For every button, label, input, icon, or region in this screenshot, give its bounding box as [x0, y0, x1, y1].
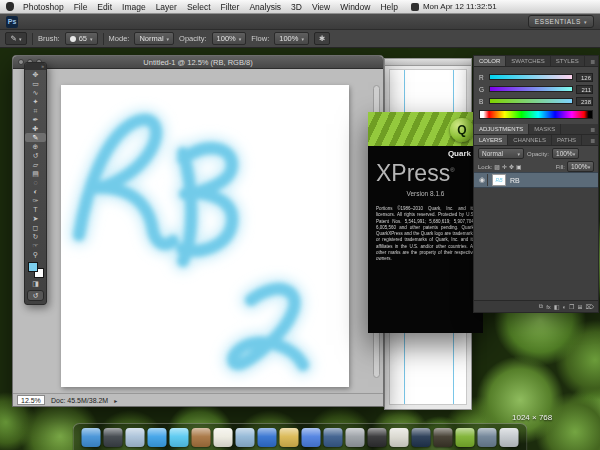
rectangular-marquee-tool[interactable]: ▭ — [25, 79, 46, 88]
quick-mask-button[interactable]: ◨ — [25, 279, 46, 288]
brush-picker[interactable]: 65 ▾ — [65, 32, 98, 45]
menu-item[interactable]: File — [69, 2, 93, 12]
panel-tab[interactable]: ADJUSTMENTS — [474, 124, 529, 134]
spot-healing-brush-tool[interactable]: ✚ — [25, 124, 46, 133]
menu-item[interactable]: Photoshop — [18, 2, 69, 12]
zoom-tool[interactable]: ⚲ — [25, 250, 46, 259]
status-popup-arrow-icon[interactable]: ▸ — [114, 397, 117, 404]
history-undo-button[interactable]: ↺ — [27, 290, 44, 301]
color-slider[interactable] — [489, 86, 573, 92]
layer-name[interactable]: RB — [510, 177, 520, 184]
menu-item[interactable]: Window — [335, 2, 375, 12]
dock-textedit-icon[interactable] — [390, 428, 409, 447]
gradient-tool[interactable]: ▤ — [25, 169, 46, 178]
status-menu-icon[interactable] — [411, 3, 419, 11]
dock-photoshop-icon[interactable] — [412, 428, 431, 447]
dock-itunes-icon[interactable] — [258, 428, 277, 447]
eyedropper-tool[interactable]: ✒ — [25, 115, 46, 124]
tool-preset-picker[interactable]: ✎ ▾ — [5, 32, 27, 45]
menu-item[interactable]: Image — [117, 2, 151, 12]
lock-pixels-icon[interactable]: ✛ — [502, 163, 507, 170]
color-slider[interactable] — [489, 74, 573, 80]
dock-trash-icon[interactable] — [500, 428, 519, 447]
lock-position-icon[interactable]: ✥ — [509, 163, 514, 170]
opacity-field[interactable]: 100% ▾ — [212, 32, 247, 45]
dock-system-preferences-icon[interactable] — [346, 428, 365, 447]
menu-item[interactable]: Analysis — [244, 2, 286, 12]
rotate-view-tool[interactable]: ↻ — [25, 232, 46, 241]
menu-item[interactable]: Filter — [216, 2, 245, 12]
adjustment-layer-icon[interactable]: ◐ — [562, 304, 566, 310]
dock-quicktime-icon[interactable] — [302, 428, 321, 447]
fill-field[interactable]: 100%▾ — [567, 161, 594, 172]
channel-value-field[interactable]: 238 — [576, 97, 593, 106]
panel-menu-icon[interactable]: ≣ — [587, 56, 598, 66]
hand-tool[interactable]: ☞ — [25, 241, 46, 250]
color-slider[interactable] — [489, 98, 573, 104]
panel-tab[interactable]: PATHS — [552, 135, 582, 145]
airbrush-toggle-button[interactable]: ✱ — [314, 32, 330, 45]
dock-bridge-icon[interactable] — [434, 428, 453, 447]
panel-tab[interactable]: CHANNELS — [508, 135, 552, 145]
lasso-tool[interactable]: ∿ — [25, 88, 46, 97]
brush-tool[interactable]: ✎ — [25, 133, 46, 142]
panel-menu-icon[interactable]: ≣ — [587, 124, 598, 134]
lock-all-icon[interactable]: ▣ — [516, 163, 522, 170]
crop-tool[interactable]: ⌗ — [25, 106, 46, 115]
collapse-panel-icon[interactable]: » — [25, 63, 46, 70]
layer-row[interactable]: ◉ RB RB — [474, 172, 598, 188]
path-selection-tool[interactable]: ➤ — [25, 214, 46, 223]
panel-tab[interactable]: MASKS — [529, 124, 561, 134]
dock-safari-icon[interactable] — [148, 428, 167, 447]
panel-tab[interactable]: SWATCHES — [506, 56, 550, 66]
channel-value-field[interactable]: 211 — [576, 85, 593, 94]
menu-item[interactable]: Help — [375, 2, 402, 12]
dock-ical-icon[interactable] — [214, 428, 233, 447]
dock-dashboard-icon[interactable] — [104, 428, 123, 447]
pen-tool[interactable]: ✑ — [25, 196, 46, 205]
dock-preview-icon[interactable] — [236, 428, 255, 447]
menu-item[interactable]: Edit — [92, 2, 117, 12]
quark-window-titlebar[interactable] — [385, 59, 471, 66]
rectangle-tool[interactable]: ◻ — [25, 223, 46, 232]
layer-effects-icon[interactable]: fx — [546, 304, 551, 310]
channel-value-field[interactable]: 126 — [576, 73, 593, 82]
dock-photo-booth-icon[interactable] — [324, 428, 343, 447]
type-tool[interactable]: T — [25, 205, 46, 214]
dock-ichat-icon[interactable] — [170, 428, 189, 447]
layer-mask-icon[interactable]: ◧ — [554, 303, 560, 310]
quick-selection-tool[interactable]: ✦ — [25, 97, 46, 106]
dock-finder-icon[interactable] — [82, 428, 101, 447]
dock-iphoto-icon[interactable] — [280, 428, 299, 447]
blend-mode-select[interactable]: Normal▾ — [478, 148, 524, 159]
dodge-tool[interactable]: ◐ — [25, 187, 46, 196]
zoom-level-field[interactable]: 12.5% — [17, 395, 45, 405]
menu-item[interactable]: Layer — [151, 2, 182, 12]
foreground-color-swatch[interactable] — [28, 262, 38, 272]
color-ramp[interactable] — [479, 110, 593, 119]
apple-menu-icon[interactable] — [6, 2, 14, 11]
dock-quarkxpress-icon[interactable] — [456, 428, 475, 447]
menu-item[interactable]: Select — [182, 2, 216, 12]
menu-item[interactable]: View — [307, 2, 335, 12]
dock-address-book-icon[interactable] — [192, 428, 211, 447]
workspace-switcher-button[interactable]: ESSENTIALS▾ — [528, 15, 594, 28]
visibility-eye-icon[interactable]: ◉ — [477, 174, 488, 186]
panel-tab[interactable]: LAYERS — [474, 135, 508, 145]
link-layers-icon[interactable]: ⧉ — [539, 303, 543, 310]
clone-stamp-tool[interactable]: ⊕ — [25, 142, 46, 151]
menu-bar-clock[interactable]: Mon Apr 12 11:32:51 — [423, 2, 497, 11]
canvas[interactable] — [61, 85, 349, 387]
panel-tab[interactable]: STYLES — [551, 56, 585, 66]
menu-item[interactable]: 3D — [286, 2, 307, 12]
new-layer-icon[interactable]: ⊞ — [577, 303, 582, 310]
panel-menu-icon[interactable]: ≣ — [587, 135, 598, 145]
dock-mail-icon[interactable] — [126, 428, 145, 447]
lock-transparency-icon[interactable]: ▨ — [494, 163, 500, 170]
delete-layer-icon[interactable]: ⌦ — [586, 303, 594, 310]
flow-field[interactable]: 100% ▾ — [274, 32, 309, 45]
document-titlebar[interactable]: Untitled-1 @ 12.5% (RB, RGB/8) — [13, 56, 383, 69]
blur-tool[interactable]: ◌ — [25, 178, 46, 187]
dock-documents-stack-icon[interactable] — [478, 428, 497, 447]
eraser-tool[interactable]: ▱ — [25, 160, 46, 169]
